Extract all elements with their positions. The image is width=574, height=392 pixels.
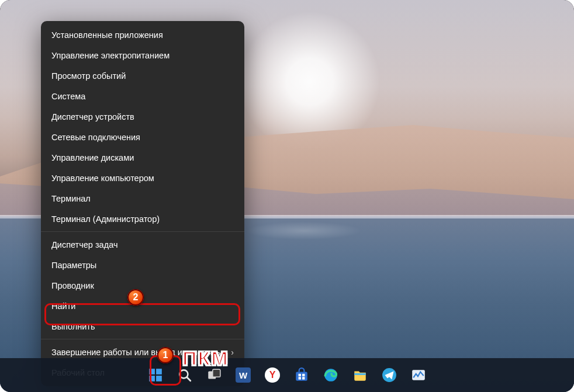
start-icon [148,367,163,383]
taskview-button[interactable] [202,363,226,387]
menu-separator [41,339,244,339]
menu-settings[interactable]: Параметры [41,255,244,275]
screen: Установленные приложения Управление элек… [0,0,574,392]
menu-item-label: Проводник [51,281,94,290]
explorer-button[interactable] [348,363,372,387]
menu-search[interactable]: Найти [41,296,244,316]
menu-installed-apps[interactable]: Установленные приложения [41,25,244,45]
start-button[interactable] [143,363,168,387]
svg-rect-1 [156,369,162,374]
menu-item-label: Система [51,92,85,101]
edge-button[interactable] [319,363,343,387]
start-context-menu: Установленные приложения Управление элек… [41,21,244,386]
menu-device-manager[interactable]: Диспетчер устройств [41,106,244,127]
menu-item-label: Управление электропитанием [51,51,170,60]
yandex-icon: Y [265,367,280,383]
menu-item-label: Терминал (Администратор) [51,214,160,224]
menu-item-label: Завершение работы или выход из системы [51,348,222,357]
menu-terminal-admin[interactable]: Терминал (Администратор) [41,209,244,229]
word-button[interactable]: W [231,363,255,387]
menu-network-connections[interactable]: Сетевые подключения [41,127,244,147]
menu-task-manager[interactable]: Диспетчер задач [41,234,244,255]
svg-rect-3 [156,376,162,381]
chevron-right-icon: › [231,348,234,357]
menu-file-explorer[interactable]: Проводник [41,275,244,296]
svg-line-5 [187,377,191,381]
taskbar: W Y [0,358,574,392]
menu-event-viewer[interactable]: Просмотр событий [41,65,244,86]
menu-system[interactable]: Система [41,86,244,106]
store-button[interactable] [289,363,314,387]
menu-item-label: Установленные приложения [51,30,163,40]
edge-icon [323,367,338,383]
menu-run[interactable]: Выполнить [41,316,244,337]
menu-power-options[interactable]: Управление электропитанием [41,45,244,65]
monitor-button[interactable] [406,363,431,387]
svg-rect-14 [354,373,366,375]
menu-separator [41,231,244,232]
svg-rect-8 [296,372,307,381]
menu-item-label: Диспетчер устройств [51,112,134,122]
menu-item-label: Терминал [51,194,91,203]
svg-rect-0 [149,369,155,374]
telegram-icon [382,367,397,383]
menu-item-label: Найти [51,301,75,311]
menu-item-label: Параметры [51,261,96,270]
monitor-icon [411,367,426,383]
menu-item-label: Выполнить [51,322,95,331]
menu-computer-management[interactable]: Управление компьютером [41,168,244,188]
word-icon: W [236,367,251,383]
menu-item-label: Управление дисками [51,153,134,162]
yandex-button[interactable]: Y [260,363,285,387]
store-icon [294,367,309,383]
svg-rect-2 [149,376,155,381]
explorer-icon [352,367,368,383]
menu-terminal[interactable]: Терминал [41,188,244,209]
telegram-button[interactable] [377,363,402,387]
menu-item-label: Диспетчер задач [51,240,117,249]
svg-rect-7 [213,369,220,377]
svg-rect-10 [302,374,305,376]
search-button[interactable] [172,363,197,387]
svg-rect-9 [299,374,301,376]
taskview-icon [206,367,222,383]
menu-item-label: Управление компьютером [51,174,154,183]
menu-item-label: Сетевые подключения [51,133,140,142]
menu-item-label: Просмотр событий [51,71,126,81]
svg-rect-11 [299,377,301,379]
svg-rect-12 [302,377,305,379]
menu-disk-management[interactable]: Управление дисками [41,147,244,168]
search-icon [177,367,192,383]
